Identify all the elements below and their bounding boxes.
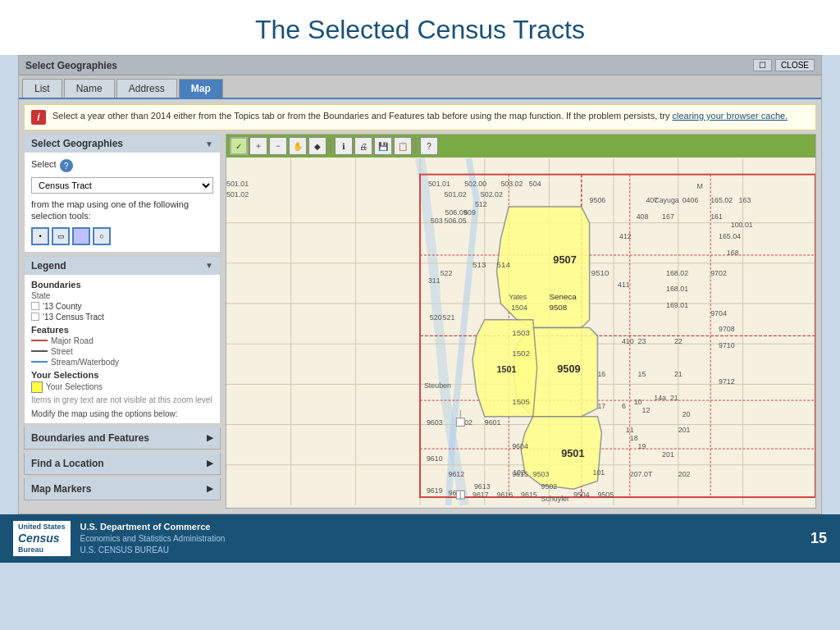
dept-line3: U.S. CENSUS BUREAU [80, 545, 226, 556]
svg-text:9708: 9708 [719, 325, 735, 333]
tab-name[interactable]: Name [64, 79, 115, 98]
cache-link[interactable]: clearing your browser cache. [673, 111, 788, 121]
footer-text: U.S. Department of Commerce Economics an… [80, 521, 226, 556]
point-tool[interactable]: • [31, 227, 49, 245]
rect-tool[interactable]: ▭ [52, 227, 70, 245]
svg-text:201: 201 [678, 426, 691, 434]
svg-text:22: 22 [674, 337, 682, 345]
boundaries-features-label: Boundaries and Features [31, 432, 149, 444]
dept-line1: U.S. Department of Commerce [80, 521, 226, 533]
find-location-header[interactable]: Find a Location ▶ [25, 453, 220, 474]
save-tool[interactable]: 💾 [374, 137, 392, 155]
dept-line2: Economics and Statistics Administration [80, 533, 226, 545]
state-label: State [31, 291, 50, 300]
svg-text:503: 503 [431, 217, 443, 225]
help-tool[interactable]: ? [420, 137, 438, 155]
tab-map[interactable]: Map [179, 79, 223, 98]
logo-line1: United States [18, 523, 66, 532]
pan-tool[interactable]: ✋ [289, 137, 307, 155]
svg-text:207.0T: 207.0T [630, 471, 653, 479]
checkmark-tool[interactable]: ✓ [230, 137, 248, 155]
boundaries-features-header[interactable]: Boundaries and Features ▶ [25, 427, 220, 449]
svg-text:9502: 9502 [541, 482, 558, 491]
legend-state: State [31, 291, 213, 300]
zoom-in-tool[interactable]: ＋ [249, 137, 267, 155]
svg-text:201: 201 [662, 450, 674, 459]
svg-text:9604: 9604 [512, 442, 528, 450]
restore-button[interactable]: ☐ [753, 59, 772, 71]
tab-address[interactable]: Address [116, 79, 177, 98]
logo-line2: Census [18, 532, 66, 546]
census-tract-checkbox[interactable] [31, 313, 39, 321]
legend-section: Legend ▼ Boundaries State '13 County '13… [24, 256, 221, 424]
svg-text:100.01: 100.01 [731, 221, 753, 229]
major-road-label: Major Road [51, 336, 94, 345]
svg-text:165.02: 165.02 [710, 196, 733, 204]
print-tool[interactable]: 🖨 [354, 137, 372, 155]
info-icon: i [31, 110, 46, 125]
svg-text:408: 408 [637, 212, 649, 221]
svg-text:410: 410 [622, 337, 634, 345]
find-location-section: Find a Location ▶ [24, 453, 221, 475]
your-selections-title: Your Selections [31, 370, 213, 380]
select-help-icon[interactable]: ? [60, 159, 73, 172]
legend-census-tract: '13 Census Tract [31, 313, 213, 322]
find-location-arrow: ▶ [207, 459, 213, 468]
svg-text:101: 101 [593, 468, 605, 477]
polygon-tool[interactable] [72, 227, 90, 245]
legend-your-selections: Your Selections [31, 381, 213, 393]
legend-street: Street [31, 347, 213, 356]
legend-stream: Stream/Waterbody [31, 358, 213, 367]
census-tract-dropdown[interactable]: Census Tract [31, 177, 213, 194]
toolbar-separator-1 [330, 139, 331, 153]
boundaries-features-section: Boundaries and Features ▶ [24, 427, 221, 450]
map-markers-label: Map Markers [31, 483, 91, 495]
svg-text:M: M [696, 182, 702, 190]
svg-text:1503: 1503 [512, 328, 530, 337]
info-tool[interactable]: ℹ [335, 137, 353, 155]
svg-text:Seneca: Seneca [549, 292, 577, 301]
from-map-text: from the map using one of the following … [31, 199, 213, 222]
svg-text:21: 21 [674, 370, 682, 378]
copy-tool[interactable]: 📋 [394, 137, 412, 155]
footer: United States Census Bureau U.S. Departm… [0, 514, 840, 563]
select-geo-header: Select Geographies ▼ [25, 135, 220, 153]
svg-text:16: 16 [597, 370, 605, 378]
county-checkbox[interactable] [31, 302, 39, 310]
tab-list[interactable]: List [22, 79, 62, 98]
svg-text:9610: 9610 [427, 454, 443, 463]
svg-text:9507: 9507 [553, 253, 576, 266]
svg-text:411: 411 [618, 281, 630, 289]
select-tool[interactable]: ◆ [308, 137, 326, 155]
map-markers-header[interactable]: Map Markers ▶ [25, 478, 220, 500]
legend-county: '13 County [31, 302, 213, 311]
legend-title: Legend [31, 260, 66, 272]
svg-text:9704: 9704 [710, 309, 727, 317]
select-label: Select [31, 159, 57, 169]
svg-text:202: 202 [678, 471, 691, 479]
svg-text:161: 161 [710, 212, 723, 221]
svg-text:501.02: 501.02 [445, 190, 467, 199]
svg-text:311: 311 [428, 276, 441, 285]
tool-buttons: • ▭ ○ [31, 227, 213, 245]
circle-tool[interactable]: ○ [93, 227, 111, 245]
select-geo-body: Select ? Census Tract from the map using… [25, 153, 220, 252]
svg-text:9508: 9508 [549, 303, 567, 312]
svg-text:9501: 9501 [561, 447, 584, 459]
svg-text:168.02: 168.02 [666, 269, 688, 277]
census-logo-box: United States Census Bureau [13, 521, 71, 555]
svg-text:17: 17 [597, 402, 605, 410]
map-area[interactable]: ✓ ＋ － ✋ ◆ ℹ 🖨 💾 📋 ? [226, 134, 816, 509]
census-tract-label: '13 Census Tract [43, 313, 104, 322]
svg-text:520: 520 [430, 313, 442, 322]
select-row: Select ? [31, 159, 213, 172]
svg-text:102: 102 [513, 468, 525, 477]
zoom-out-tool[interactable]: － [269, 137, 287, 155]
svg-text:163: 163 [739, 196, 751, 204]
svg-text:502.02: 502.02 [481, 190, 503, 199]
close-button[interactable]: CLOSE [775, 59, 815, 71]
footer-left: United States Census Bureau U.S. Departm… [13, 521, 225, 556]
street-label: Street [51, 347, 73, 356]
svg-text:9601: 9601 [485, 418, 501, 427]
svg-text:521: 521 [443, 313, 455, 322]
